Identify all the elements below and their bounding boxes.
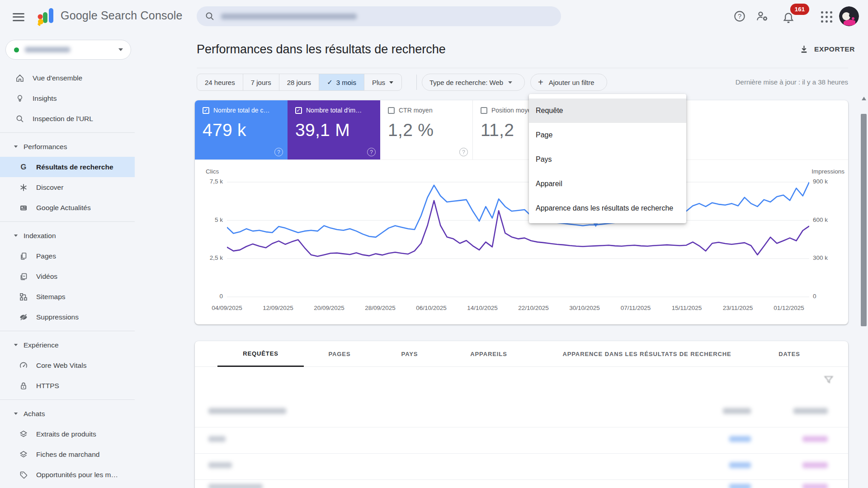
metric-card-nombre-total-de-c[interactable]: ✓Nombre total de c…479 k? — [195, 100, 288, 160]
divider — [0, 132, 135, 133]
layers-icon — [19, 430, 28, 439]
x-axis-tick: 04/09/2025 — [202, 305, 252, 311]
tab-dates[interactable]: DATES — [760, 341, 819, 367]
sidebar-item-google-actualités[interactable]: Google Actualités — [0, 197, 135, 218]
date-range-28-jours[interactable]: 28 jours — [279, 74, 319, 90]
tab-pages[interactable]: PAGES — [310, 341, 369, 367]
sidebar-section-indexation[interactable]: Indexation — [0, 225, 135, 246]
divider — [416, 75, 417, 90]
user-settings-icon[interactable] — [756, 10, 769, 23]
sidebar-item-inspection-de-l-url[interactable]: Inspection de l'URL — [0, 108, 135, 129]
sidebar-item-https[interactable]: HTTPS — [0, 375, 135, 396]
svg-text:?: ? — [738, 13, 741, 20]
x-axis-tick: 15/11/2025 — [662, 305, 712, 311]
help-icon[interactable]: ? — [367, 148, 376, 156]
sidebar-item-suppressions[interactable]: Suppressions — [0, 307, 135, 327]
export-button[interactable]: EXPORTER — [799, 44, 855, 54]
property-selector[interactable] — [5, 40, 131, 60]
tab-pays[interactable]: PAYS — [382, 341, 437, 367]
checkbox-checked-icon[interactable]: ✓ — [203, 107, 209, 114]
add-filter-button[interactable]: + Ajouter un filtre — [530, 74, 607, 91]
scroll-up-arrow-icon[interactable] — [862, 97, 866, 100]
x-axis-tick: 14/10/2025 — [458, 305, 507, 311]
metric-value: 479 k — [203, 120, 281, 140]
sidebar-item-pages[interactable]: Pages — [0, 246, 135, 266]
sidebar-item-label: Pages — [36, 252, 56, 260]
sidebar-section-expérience[interactable]: Expérience — [0, 335, 135, 355]
apps-grid-icon[interactable] — [821, 11, 833, 23]
date-range-24-heures[interactable]: 24 heures — [197, 74, 243, 90]
sidebar-item-label: Sitemaps — [36, 293, 66, 301]
redacted-cell — [208, 462, 232, 468]
metric-label: CTR moyen — [399, 107, 433, 114]
divider — [0, 331, 135, 331]
date-range-label: 24 heures — [205, 79, 235, 86]
dropdown-item-appareil[interactable]: Appareil — [529, 172, 686, 196]
download-icon — [799, 44, 809, 54]
sidebar-item-core-web-vitals[interactable]: Core Web Vitals — [0, 355, 135, 375]
avatar[interactable] — [839, 6, 859, 26]
scrollbar-thumb[interactable] — [861, 114, 867, 326]
pages-icon — [19, 252, 28, 261]
home-icon — [15, 74, 24, 83]
eye-off-icon — [19, 313, 28, 322]
metric-label: Nombre total d'im… — [306, 107, 362, 114]
sidebar-item-vue-d-ensemble[interactable]: Vue d'ensemble — [0, 68, 135, 88]
url-inspection-search-input[interactable] — [197, 6, 561, 26]
sidebar-item-label: Opportunités pour les m… — [36, 471, 118, 479]
metric-card-nombre-total-d-im[interactable]: ✓Nombre total d'im…39,1 M? — [288, 100, 380, 160]
left-axis-title: Clics — [206, 168, 219, 175]
date-range-3-mois[interactable]: ✓3 mois — [319, 74, 364, 90]
news-icon — [19, 203, 28, 212]
dropdown-item-requête[interactable]: Requête — [529, 99, 686, 123]
menu-icon[interactable] — [12, 11, 25, 22]
sidebar-item-insights[interactable]: Insights — [0, 88, 135, 108]
checkbox-unchecked-icon[interactable] — [481, 107, 487, 114]
redacted-cell — [802, 484, 828, 488]
chevron-down-icon — [14, 145, 18, 148]
sidebar-item-fiches-de-marchand[interactable]: Fiches de marchand — [0, 444, 135, 465]
dropdown-item-apparence-dans-les-résultats-de-recherche[interactable]: Apparence dans les résultats de recherch… — [529, 196, 686, 221]
x-axis-tick: 20/09/2025 — [304, 305, 354, 311]
redacted-cell — [723, 408, 751, 414]
sidebar-section-achats[interactable]: Achats — [0, 404, 135, 424]
sidebar-section-performances[interactable]: Performances — [0, 136, 135, 157]
checkbox-unchecked-icon[interactable] — [388, 107, 395, 114]
help-icon[interactable]: ? — [274, 148, 283, 156]
performance-chart[interactable] — [227, 174, 809, 300]
date-range-plus[interactable]: Plus — [364, 74, 401, 90]
help-icon[interactable]: ? — [459, 148, 468, 156]
sidebar-item-résultats-de-recherche[interactable]: GRésultats de recherche — [0, 157, 135, 177]
table-filter-icon[interactable] — [823, 374, 834, 385]
tab-apparence-dans-les-résultats-de-recherche[interactable]: APPARENCE DANS LES RÉSULTATS DE RECHERCH… — [552, 341, 742, 367]
date-range-7-jours[interactable]: 7 jours — [243, 74, 279, 90]
tab-requêtes[interactable]: REQUÊTES — [217, 341, 304, 367]
help-icon[interactable]: ? — [733, 10, 746, 23]
sidebar-item-vidéos[interactable]: Vidéos — [0, 266, 135, 286]
dropdown-item-pays[interactable]: Pays — [529, 147, 686, 172]
date-range-group: 24 heures7 jours28 jours✓3 moisPlus — [197, 74, 402, 91]
dropdown-item-page[interactable]: Page — [529, 123, 686, 147]
tab-appareils[interactable]: APPAREILS — [448, 341, 529, 367]
redacted-cell — [802, 436, 828, 442]
search-type-filter[interactable]: Type de recherche: Web — [422, 74, 525, 91]
left-axis-tick: 0 — [195, 293, 223, 300]
sidebar-item-extraits-de-produits[interactable]: Extraits de produits — [0, 424, 135, 444]
metric-card-header: ✓Nombre total de c… — [203, 107, 281, 114]
sidebar-item-opportunités-pour-les-m[interactable]: Opportunités pour les m… — [0, 465, 135, 485]
sitemap-icon — [19, 292, 28, 301]
series-line-clics — [227, 182, 809, 237]
sidebar-item-sitemaps[interactable]: Sitemaps — [0, 286, 135, 307]
redacted-cell — [208, 408, 286, 414]
sidebar-section-label: Indexation — [24, 232, 56, 240]
sidebar-item-discover[interactable]: Discover — [0, 177, 135, 197]
svg-text:G: G — [21, 163, 27, 171]
discover-icon — [19, 183, 28, 192]
checkbox-checked-icon[interactable]: ✓ — [295, 107, 302, 114]
x-axis-tick: 30/10/2025 — [560, 305, 609, 311]
notification-badge: 161 — [790, 4, 809, 15]
g-icon: G — [19, 163, 28, 172]
lock-icon — [19, 381, 28, 390]
divider — [0, 399, 135, 400]
metric-card-ctr-moyen[interactable]: CTR moyen1,2 %? — [380, 100, 473, 160]
